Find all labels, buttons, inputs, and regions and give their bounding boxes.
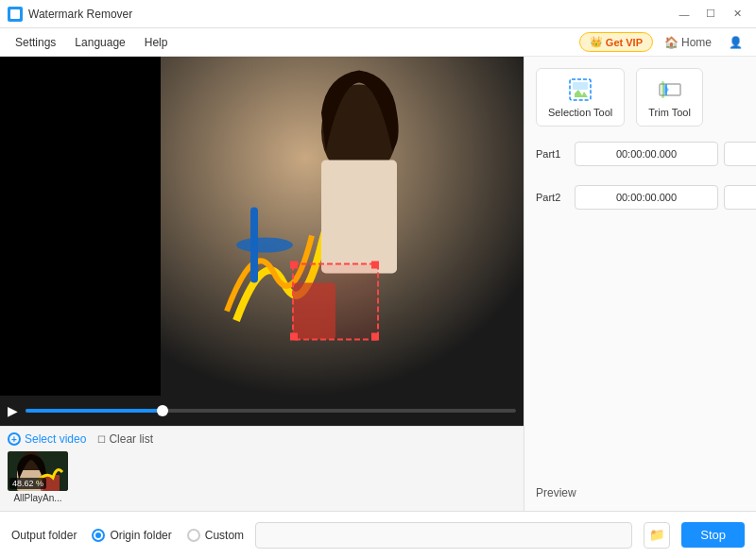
svg-rect-11 bbox=[371, 262, 379, 269]
svg-point-4 bbox=[236, 238, 293, 253]
browse-folder-button[interactable]: 📁 bbox=[644, 522, 670, 549]
tools-row: Selection Tool Trim Tool bbox=[536, 68, 745, 127]
svg-rect-9 bbox=[293, 264, 378, 340]
part2-row: Part2 ⊗ bbox=[536, 185, 745, 210]
menu-settings[interactable]: Settings bbox=[8, 32, 63, 53]
video-panel: ▶ + Select video ☐ Clear list bbox=[0, 57, 524, 511]
video-content bbox=[0, 57, 524, 396]
menu-bar: Settings Language Help 👑 Get VIP 🏠 Home … bbox=[0, 28, 756, 57]
clear-list-label: Clear list bbox=[109, 432, 153, 446]
select-video-button[interactable]: + Select video bbox=[8, 432, 86, 446]
svg-rect-12 bbox=[290, 333, 298, 341]
video-area bbox=[0, 57, 524, 396]
svg-rect-24 bbox=[662, 81, 664, 98]
part1-row: Part1 bbox=[536, 142, 745, 166]
title-bar: Watermark Remover — ☐ ✕ bbox=[0, 0, 756, 28]
part1-label: Part1 bbox=[536, 148, 569, 160]
svg-rect-0 bbox=[10, 9, 20, 19]
folder-icon: 📁 bbox=[649, 528, 665, 542]
progress-badge: 48.62 % bbox=[9, 478, 46, 489]
select-video-label: Select video bbox=[25, 432, 86, 446]
add-icon: + bbox=[8, 432, 21, 446]
part2-end-input[interactable] bbox=[724, 185, 756, 210]
file-list-toolbar: + Select video ☐ Clear list bbox=[8, 432, 516, 446]
svg-rect-13 bbox=[371, 333, 379, 341]
path-input[interactable] bbox=[255, 522, 632, 549]
origin-folder-radio[interactable] bbox=[92, 529, 105, 542]
window-controls: — ☐ ✕ bbox=[673, 6, 748, 23]
trim-tool-button[interactable]: Trim Tool bbox=[636, 68, 703, 127]
home-label: Home bbox=[681, 36, 712, 49]
origin-folder-option[interactable]: Origin folder bbox=[92, 529, 171, 542]
video-controls: ▶ bbox=[0, 396, 524, 426]
part2-label: Part2 bbox=[536, 192, 569, 203]
vip-button[interactable]: 👑 Get VIP bbox=[579, 32, 653, 52]
file-name: AllPlayAn... bbox=[8, 493, 68, 503]
file-list-area: + Select video ☐ Clear list bbox=[0, 426, 524, 511]
file-items: 48.62 % AllPlayAn... bbox=[8, 451, 516, 503]
svg-marker-20 bbox=[575, 90, 588, 97]
preview-label: Preview bbox=[536, 479, 745, 499]
file-thumbnail: 48.62 % bbox=[8, 451, 68, 491]
progress-bar[interactable] bbox=[26, 409, 516, 413]
selection-tool-button[interactable]: Selection Tool bbox=[536, 68, 625, 127]
trim-tool-label: Trim Tool bbox=[648, 107, 691, 118]
part1-end-input[interactable] bbox=[724, 142, 756, 166]
vip-label: Get VIP bbox=[606, 37, 643, 48]
radio-group: Origin folder Custom bbox=[92, 529, 244, 542]
app-title: Watermark Remover bbox=[28, 8, 673, 21]
checkbox-icon: ☐ bbox=[97, 434, 106, 445]
video-frame bbox=[0, 57, 524, 396]
svg-rect-5 bbox=[250, 208, 258, 283]
trim-tool-icon bbox=[657, 76, 683, 103]
home-icon: 🏠 bbox=[664, 36, 679, 49]
close-button[interactable]: ✕ bbox=[726, 6, 748, 23]
stop-button[interactable]: Stop bbox=[681, 522, 745, 548]
part2-section: Part2 ⊗ bbox=[536, 185, 745, 217]
minimize-button[interactable]: — bbox=[673, 6, 696, 23]
user-button[interactable]: 👤 bbox=[723, 32, 748, 53]
user-icon: 👤 bbox=[729, 36, 743, 49]
svg-rect-2 bbox=[0, 57, 161, 396]
right-panel: Selection Tool Trim Tool bbox=[524, 57, 756, 511]
crown-icon: 👑 bbox=[590, 36, 603, 48]
play-button[interactable]: ▶ bbox=[8, 403, 18, 418]
svg-rect-10 bbox=[290, 262, 298, 269]
origin-folder-label: Origin folder bbox=[110, 529, 171, 542]
part2-start-input[interactable] bbox=[575, 185, 718, 210]
custom-folder-radio[interactable] bbox=[187, 529, 200, 542]
clear-list-button[interactable]: ☐ Clear list bbox=[97, 432, 153, 446]
selection-tool-label: Selection Tool bbox=[548, 107, 612, 118]
progress-fill bbox=[26, 409, 163, 413]
part1-section: Part1 bbox=[536, 142, 745, 174]
svg-rect-19 bbox=[573, 82, 588, 90]
output-folder-label: Output folder bbox=[11, 529, 77, 542]
svg-rect-8 bbox=[321, 161, 397, 274]
app-icon bbox=[8, 7, 23, 22]
menu-language[interactable]: Language bbox=[67, 32, 132, 53]
custom-folder-label: Custom bbox=[205, 529, 244, 542]
maximize-button[interactable]: ☐ bbox=[699, 6, 722, 23]
content-area: ▶ + Select video ☐ Clear list bbox=[0, 57, 756, 511]
list-item[interactable]: 48.62 % AllPlayAn... bbox=[8, 451, 68, 503]
part1-start-input[interactable] bbox=[575, 142, 718, 166]
app-body: ▶ + Select video ☐ Clear list bbox=[0, 57, 756, 558]
menu-help[interactable]: Help bbox=[137, 32, 176, 53]
progress-dot bbox=[157, 405, 168, 416]
selection-tool-icon bbox=[567, 76, 593, 103]
custom-folder-option[interactable]: Custom bbox=[187, 529, 244, 542]
bottom-bar: Output folder Origin folder Custom 📁 Sto… bbox=[0, 511, 756, 558]
home-button[interactable]: 🏠 Home bbox=[657, 32, 719, 53]
